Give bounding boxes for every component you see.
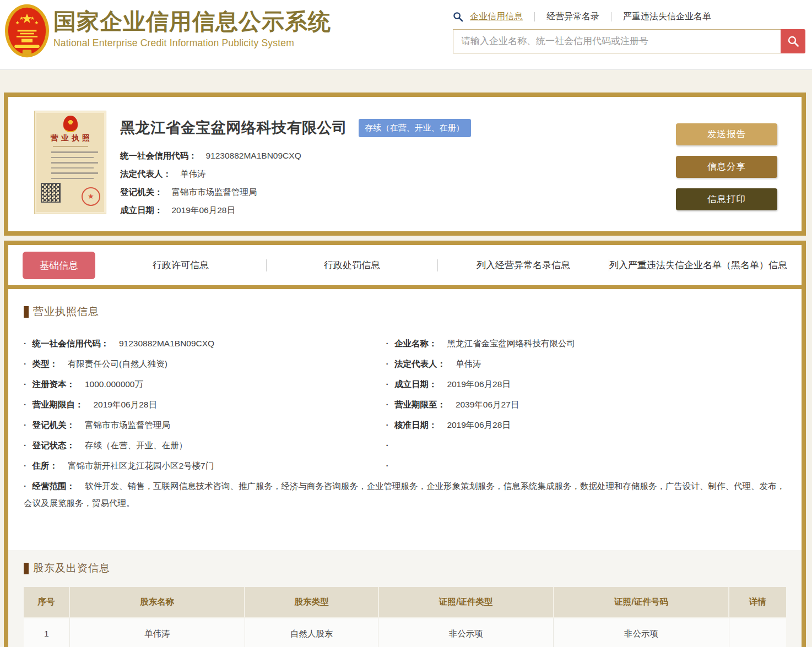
field-business-scope: 经营范围：软件开发、销售，互联网信息技术咨询、推广服务，经济与商务咨询服务，企业… (24, 476, 786, 515)
tab-administrative-penalty[interactable]: 行政处罚信息 (267, 259, 437, 271)
license-text-line (51, 172, 98, 174)
shareholder-section-title: 股东及出资信息 (33, 561, 110, 575)
license-title: 营业执照 (35, 133, 106, 143)
field-term-start: 营业期限自：2019年06月28日 (24, 394, 386, 415)
cell-index: 1 (24, 618, 69, 647)
cell-shareholder-name: 单伟涛 (69, 618, 245, 647)
field-registration-authority: 登记机关：富锦市市场监督管理局 (24, 415, 386, 435)
status-badge: 存续（在营、开业、在册） (359, 119, 471, 137)
nav-abnormal-operations-list[interactable]: 经营异常名录 (544, 11, 602, 23)
field-establishment-date: 成立日期：2019年06月28日 (386, 374, 786, 394)
share-info-button[interactable]: 信息分享 (676, 156, 777, 178)
shareholder-section: 股东及出资信息 序号 股东名称 股东类型 证照/证件类型 证照/证件号码 详情 (8, 550, 802, 647)
summary-credit-code: 统一社会信用代码：91230882MA1BN09CXQ (120, 146, 671, 165)
tab-basic-info[interactable]: 基础信息 (23, 252, 95, 279)
field-address: 住所：富锦市新开社区龙江花园小区2号楼7门 (24, 455, 386, 476)
license-qr-code (42, 184, 59, 202)
tab-bar: 基础信息 行政许可信息 行政处罚信息 列入经营异常名录信息 列入严重违法失信企业… (8, 245, 802, 285)
summary-establishment-date: 成立日期：2019年06月28日 (120, 201, 671, 219)
cell-shareholder-type: 自然人股东 (245, 618, 378, 647)
main-content-panel: 基础信息 行政许可信息 行政处罚信息 列入经营异常名录信息 列入严重违法失信企业… (4, 241, 806, 647)
field-term-end: 营业期限至：2039年06月27日 (386, 394, 786, 415)
top-nav: 企业信用信息 经营异常名录 严重违法失信企业名单 (453, 9, 805, 24)
table-header-row: 序号 股东名称 股东类型 证照/证件类型 证照/证件号码 详情 (24, 587, 786, 618)
company-summary-panel: 营业执照 黑龙江省金宝盆网络科技有限公司 存续（在营、开业、在册） 统一社会信用… (4, 93, 806, 236)
field-empty (386, 435, 786, 455)
field-registered-capital: 注册资本：1000.000000万 (24, 374, 386, 394)
section-bullet (24, 563, 29, 574)
print-info-button[interactable]: 信息打印 (676, 188, 777, 210)
nav-separator (611, 12, 611, 21)
cell-certificate-number: 非公示项 (554, 618, 729, 647)
field-approval-date: 核准日期：2019年06月28日 (386, 415, 786, 435)
field-registration-status: 登记状态：存续（在营、开业、在册） (24, 435, 386, 455)
license-section-title: 营业执照信息 (33, 305, 99, 319)
business-license-section: 营业执照信息 统一社会信用代码：91230882MA1BN09CXQ 企业名称：… (8, 289, 802, 515)
tab-blacklist[interactable]: 列入严重违法失信企业名单（黑名单）信息 (609, 259, 787, 271)
search-button[interactable] (781, 29, 805, 53)
col-序号: 序号 (24, 587, 69, 618)
col-certificate-type: 证照/证件类型 (378, 587, 554, 618)
company-name: 黑龙江省金宝盆网络科技有限公司 (120, 118, 348, 138)
license-text-line (51, 157, 94, 159)
search-input[interactable] (453, 29, 781, 53)
tab-abnormal-operations[interactable]: 列入经营异常名录信息 (438, 259, 609, 271)
nav-serious-violations-list[interactable]: 严重违法失信企业名单 (621, 11, 713, 23)
national-emblem-icon (4, 3, 50, 58)
cell-details (729, 618, 786, 647)
section-bullet (24, 306, 29, 318)
license-text-line (51, 178, 94, 180)
site-logo: 国家企业信用信息公示系统 National Enterprise Credit … (4, 3, 331, 58)
field-company-name: 企业名称：黑龙江省金宝盆网络科技有限公司 (386, 333, 786, 354)
table-row: 1 单伟涛 自然人股东 非公示项 非公示项 (24, 618, 786, 647)
col-shareholder-name: 股东名称 (69, 587, 245, 618)
field-legal-representative: 法定代表人：单伟涛 (386, 354, 786, 374)
business-license-image[interactable]: 营业执照 (34, 111, 106, 214)
nav-separator (534, 12, 535, 21)
send-report-button[interactable]: 发送报告 (676, 123, 777, 145)
col-shareholder-type: 股东类型 (245, 587, 378, 618)
summary-legal-representative: 法定代表人：单伟涛 (120, 165, 671, 183)
gold-divider (8, 285, 802, 289)
site-header: 国家企业信用信息公示系统 National Enterprise Credit … (0, 0, 812, 70)
col-certificate-number: 证照/证件号码 (554, 587, 729, 618)
shareholder-table: 序号 股东名称 股东类型 证照/证件类型 证照/证件号码 详情 1 单伟涛 自然… (24, 587, 786, 647)
site-title: 国家企业信用信息公示系统 (53, 7, 331, 37)
field-empty (386, 455, 786, 476)
search-icon (453, 12, 463, 22)
search-button-icon (787, 35, 800, 48)
license-text-line (51, 151, 98, 153)
license-text-line (51, 162, 98, 164)
license-text-line (51, 167, 94, 169)
license-emblem-icon (63, 116, 78, 132)
tab-administrative-licensing[interactable]: 行政许可信息 (95, 259, 266, 271)
field-credit-code: 统一社会信用代码：91230882MA1BN09CXQ (24, 333, 386, 354)
nav-enterprise-credit-info[interactable]: 企业信用信息 (468, 11, 525, 23)
col-details: 详情 (729, 587, 786, 618)
summary-registration-authority: 登记机关：富锦市市场监督管理局 (120, 183, 671, 201)
license-decoration (53, 146, 88, 147)
field-company-type: 类型：有限责任公司(自然人独资) (24, 354, 386, 374)
cell-certificate-type: 非公示项 (378, 618, 554, 647)
site-subtitle: National Enterprise Credit Information P… (53, 37, 331, 49)
license-red-seal (82, 187, 100, 206)
